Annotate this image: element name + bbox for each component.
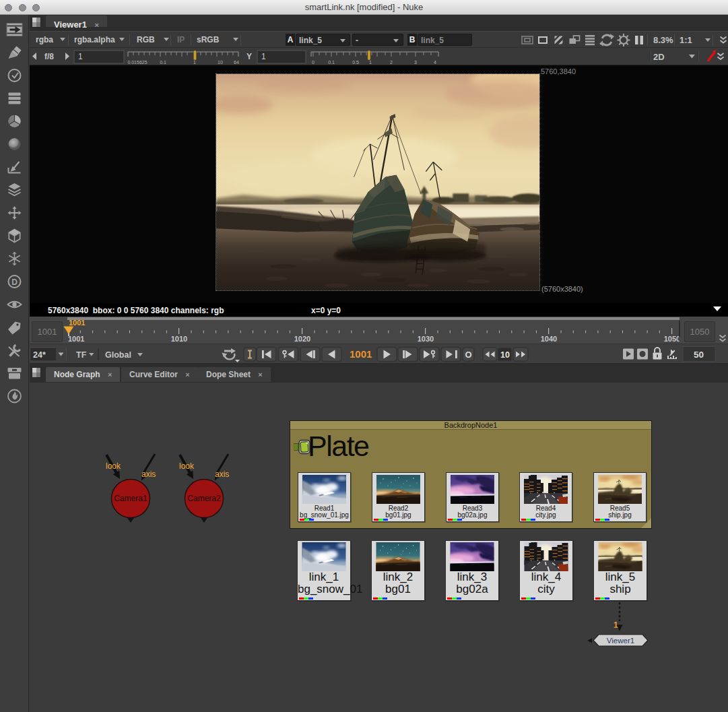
svg-text:1: 1 xyxy=(193,60,196,65)
svg-text:24*: 24* xyxy=(33,350,46,360)
svg-text:look: look xyxy=(106,461,121,471)
svg-text:TF: TF xyxy=(76,350,87,360)
svg-text:Y: Y xyxy=(246,52,252,61)
svg-text:0.5: 0.5 xyxy=(352,60,359,65)
svg-text:f/8: f/8 xyxy=(44,52,54,61)
svg-text:1040: 1040 xyxy=(541,335,557,343)
svg-text:O: O xyxy=(465,350,472,360)
svg-text:1001: 1001 xyxy=(68,335,84,343)
svg-text:4: 4 xyxy=(434,60,436,65)
svg-text:Viewer1: Viewer1 xyxy=(607,637,634,645)
svg-text:1: 1 xyxy=(369,60,372,65)
svg-text:axis: axis xyxy=(141,470,156,479)
svg-text:Camera1: Camera1 xyxy=(114,494,147,503)
svg-text:0.1: 0.1 xyxy=(328,60,335,65)
svg-text:0.015625: 0.015625 xyxy=(127,60,147,65)
svg-text:2: 2 xyxy=(390,60,393,65)
svg-text:look: look xyxy=(179,461,195,471)
svg-text:0: 0 xyxy=(312,60,315,65)
svg-text:Camera2: Camera2 xyxy=(187,494,221,503)
svg-text:1: 1 xyxy=(614,620,618,630)
svg-text:3: 3 xyxy=(414,60,417,65)
svg-text:axis: axis xyxy=(215,470,229,479)
svg-text:2D: 2D xyxy=(653,52,665,62)
svg-text:1: 1 xyxy=(78,52,83,61)
svg-text:50: 50 xyxy=(694,350,704,360)
svg-text:1: 1 xyxy=(261,52,266,61)
svg-text:10: 10 xyxy=(500,350,510,360)
svg-text:Global: Global xyxy=(105,350,131,360)
svg-text:1010: 1010 xyxy=(171,335,187,343)
svg-text:64: 64 xyxy=(234,60,239,65)
svg-text:1001: 1001 xyxy=(69,319,85,327)
svg-text:1020: 1020 xyxy=(294,335,310,343)
svg-text:1001: 1001 xyxy=(350,348,372,360)
svg-text:0.1: 0.1 xyxy=(160,60,166,65)
svg-text:10: 10 xyxy=(218,60,223,65)
svg-text:D: D xyxy=(11,278,18,287)
svg-text:1050: 1050 xyxy=(664,335,680,343)
svg-text:1030: 1030 xyxy=(418,335,434,343)
